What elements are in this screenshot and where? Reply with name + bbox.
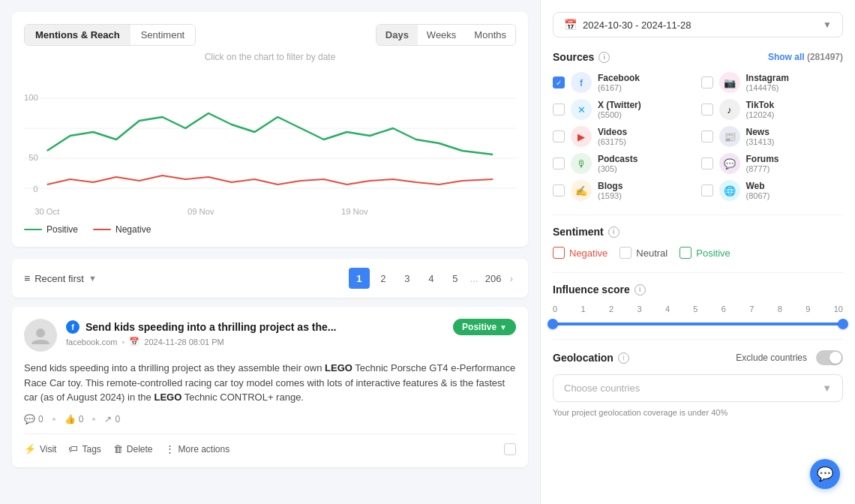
period-group: Days Weeks Months bbox=[376, 24, 516, 46]
sources-info-icon[interactable]: i bbox=[598, 52, 610, 63]
facebook-icon: f bbox=[571, 72, 592, 93]
sources-grid: f Facebook (6167) 📷 Instagram (144476) ✕… bbox=[553, 72, 843, 201]
post-header: f Send kids speeding into a thrilling pr… bbox=[24, 319, 516, 352]
svg-text:19 Nov: 19 Nov bbox=[341, 207, 368, 216]
like-count: 0 bbox=[79, 414, 84, 424]
tags-icon: 🏷 bbox=[68, 443, 78, 454]
blogs-info: Blogs (1593) bbox=[598, 181, 622, 200]
slider-track[interactable] bbox=[553, 322, 843, 326]
comment-icon: 💬 bbox=[24, 414, 35, 424]
sentiment-info-icon[interactable]: i bbox=[608, 226, 620, 238]
influence-title: Influence score i bbox=[553, 284, 843, 296]
geo-info-icon[interactable]: i bbox=[618, 352, 629, 364]
chart-hint: Click on the chart to filter by date bbox=[24, 52, 516, 62]
source-videos-checkbox[interactable] bbox=[553, 130, 565, 142]
countries-select[interactable]: Choose countries ▼ bbox=[553, 374, 843, 402]
influence-info-icon[interactable]: i bbox=[634, 284, 646, 296]
sentiment-positive-checkbox[interactable] bbox=[680, 247, 692, 259]
page-3[interactable]: 3 bbox=[397, 268, 418, 289]
stat-dot-1 bbox=[52, 418, 56, 421]
source-facebook-checkbox[interactable] bbox=[553, 76, 565, 88]
divider-1 bbox=[553, 214, 843, 215]
delete-button[interactable]: 🗑 Delete bbox=[113, 443, 153, 454]
slider-thumb-right[interactable] bbox=[838, 319, 848, 329]
sentiment-negative[interactable]: Negative bbox=[553, 247, 608, 259]
source-instagram-checkbox[interactable] bbox=[701, 76, 713, 88]
slider-thumb-left[interactable] bbox=[548, 319, 558, 329]
post-source-info: facebook.com • 📅 2024-11-28 08:01 PM bbox=[66, 337, 516, 346]
sentiment-negative-checkbox[interactable] bbox=[553, 247, 565, 259]
source-podcasts-checkbox[interactable] bbox=[553, 158, 565, 170]
tags-button[interactable]: 🏷 Tags bbox=[68, 443, 100, 454]
tab-mentions-reach[interactable]: Mentions & Reach bbox=[25, 25, 130, 45]
source-blogs-checkbox[interactable] bbox=[553, 184, 565, 196]
calendar-icon: 📅 bbox=[129, 337, 140, 346]
tiktok-info: TikTok (12024) bbox=[746, 100, 775, 119]
sentiment-neutral-checkbox[interactable] bbox=[620, 247, 632, 259]
sentiment-badge[interactable]: Positive ▼ bbox=[453, 319, 516, 335]
source-news-checkbox[interactable] bbox=[701, 130, 713, 142]
instagram-info: Instagram (144476) bbox=[746, 73, 789, 92]
post-source: facebook.com bbox=[66, 338, 117, 346]
page-1[interactable]: 1 bbox=[349, 268, 370, 289]
chart-tab-group: Mentions & Reach Sentiment bbox=[24, 24, 196, 46]
date-range-text: 2024-10-30 - 2024-11-28 bbox=[583, 20, 817, 31]
source-instagram: 📷 Instagram (144476) bbox=[701, 72, 844, 93]
svg-point-11 bbox=[36, 328, 45, 338]
feed-controls: ≡ Recent first ▼ 1 2 3 4 5 ... 206 › bbox=[12, 259, 528, 298]
more-actions-label: More actions bbox=[178, 444, 230, 454]
exclude-countries-toggle[interactable] bbox=[816, 350, 843, 365]
post-avatar bbox=[24, 319, 57, 352]
show-all-link[interactable]: Show all (281497) bbox=[768, 52, 843, 62]
post-source-row: f Send kids speeding into a thrilling pr… bbox=[66, 319, 516, 335]
page-dots: ... bbox=[469, 273, 480, 284]
stat-likes: 👍 0 bbox=[64, 414, 84, 424]
sentiment-positive[interactable]: Positive bbox=[680, 247, 730, 259]
post-date: 2024-11-28 08:01 PM bbox=[144, 338, 224, 346]
sort-arrow-icon: ▼ bbox=[88, 274, 97, 283]
svg-text:100: 100 bbox=[24, 93, 38, 102]
page-2[interactable]: 2 bbox=[373, 268, 394, 289]
post-select-checkbox[interactable] bbox=[504, 443, 516, 455]
source-forums: 💬 Forums (8777) bbox=[701, 153, 844, 174]
period-months[interactable]: Months bbox=[465, 25, 515, 45]
date-calendar-icon: 📅 bbox=[564, 19, 577, 31]
page-206[interactable]: 206 bbox=[483, 268, 504, 289]
toggle-thumb bbox=[830, 352, 842, 364]
date-picker[interactable]: 📅 2024-10-30 - 2024-11-28 ▼ bbox=[553, 12, 843, 38]
sentiment-neutral[interactable]: Neutral bbox=[620, 247, 668, 259]
tags-label: Tags bbox=[82, 444, 100, 454]
period-weeks[interactable]: Weeks bbox=[418, 25, 466, 45]
share-icon: ↗ bbox=[104, 414, 112, 424]
geo-header: Geolocation i Exclude countries bbox=[553, 350, 843, 365]
legend-negative-label: Negative bbox=[116, 224, 151, 235]
facebook-info: Facebook (6167) bbox=[598, 73, 640, 92]
sort-button[interactable]: ≡ Recent first ▼ bbox=[24, 272, 97, 284]
source-forums-checkbox[interactable] bbox=[701, 158, 713, 170]
divider-3 bbox=[553, 339, 843, 340]
more-actions-button[interactable]: ⋮ More actions bbox=[165, 443, 230, 454]
chart-area[interactable]: 100 50 0 30 Oct 09 Nov 19 Nov bbox=[24, 68, 516, 218]
badge-arrow-icon: ▼ bbox=[500, 323, 507, 332]
source-tiktok-checkbox[interactable] bbox=[701, 104, 713, 116]
source-web-checkbox[interactable] bbox=[701, 184, 713, 196]
page-4[interactable]: 4 bbox=[421, 268, 442, 289]
sentiment-label: Sentiment bbox=[553, 226, 604, 238]
page-5[interactable]: 5 bbox=[445, 268, 466, 289]
pagination: 1 2 3 4 5 ... 206 › bbox=[349, 268, 516, 289]
podcasts-icon: 🎙 bbox=[571, 153, 592, 174]
twitter-icon: ✕ bbox=[571, 99, 592, 120]
influence-label: Influence score bbox=[553, 284, 630, 296]
tab-sentiment[interactable]: Sentiment bbox=[130, 25, 196, 45]
source-twitter-checkbox[interactable] bbox=[553, 104, 565, 116]
period-days[interactable]: Days bbox=[376, 25, 418, 45]
separator: • bbox=[122, 338, 124, 346]
twitter-info: X (Twitter) (5500) bbox=[598, 100, 641, 119]
exclude-countries-label: Exclude countries bbox=[736, 352, 807, 363]
visit-button[interactable]: ⚡ Visit bbox=[24, 443, 56, 454]
next-page-icon[interactable]: › bbox=[507, 273, 516, 284]
chat-button[interactable]: 💬 bbox=[810, 459, 840, 489]
news-icon: 📰 bbox=[719, 126, 740, 147]
post-title: Send kids speeding into a thrilling proj… bbox=[86, 321, 447, 333]
post-card: f Send kids speeding into a thrilling pr… bbox=[12, 307, 528, 467]
